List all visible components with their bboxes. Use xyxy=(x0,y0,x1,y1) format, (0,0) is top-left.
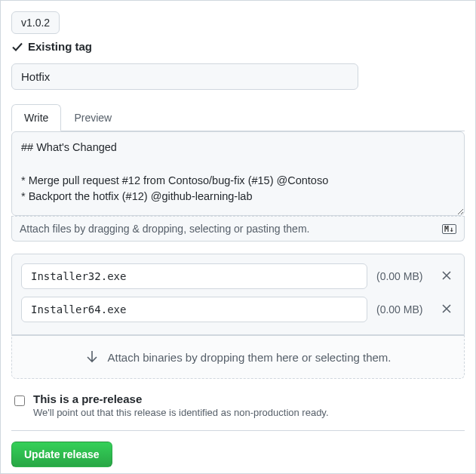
close-icon xyxy=(441,303,452,314)
tag-value: v1.0.2 xyxy=(21,17,50,29)
markdown-icon: M↓ xyxy=(442,224,456,234)
binary-remove-button[interactable] xyxy=(438,303,455,316)
binary-row: (0.00 MB) xyxy=(21,297,455,322)
prerelease-section: This is a pre-release We'll point out th… xyxy=(11,392,465,418)
divider xyxy=(11,430,465,431)
tab-write[interactable]: Write xyxy=(11,104,61,131)
check-icon xyxy=(11,41,23,53)
release-title-input[interactable] xyxy=(11,63,358,90)
prerelease-label: This is a pre-release xyxy=(33,392,329,405)
update-release-button[interactable]: Update release xyxy=(11,442,112,467)
prerelease-checkbox[interactable] xyxy=(14,396,25,406)
binary-name-input[interactable] xyxy=(21,297,367,322)
attach-files-text: Attach files by dragging & dropping, sel… xyxy=(20,223,309,235)
tag-select[interactable]: v1.0.2 xyxy=(11,11,60,34)
description-tabs: Write Preview xyxy=(11,103,465,131)
binaries-drop-zone[interactable]: Attach binaries by dropping them here or… xyxy=(11,335,465,379)
existing-tag-label: Existing tag xyxy=(28,40,92,53)
prerelease-hint: We'll point out that this release is ide… xyxy=(33,407,329,418)
attach-files-hint[interactable]: Attach files by dragging & dropping, sel… xyxy=(11,216,465,242)
download-arrow-icon xyxy=(84,349,100,365)
binary-size: (0.00 MB) xyxy=(376,270,429,282)
description-textarea[interactable] xyxy=(11,131,465,216)
tab-preview[interactable]: Preview xyxy=(61,104,124,131)
binary-size: (0.00 MB) xyxy=(376,303,429,315)
release-form: v1.0.2 Existing tag Write Preview Attach… xyxy=(0,0,476,474)
existing-tag-status: Existing tag xyxy=(11,40,465,53)
binaries-drop-hint: Attach binaries by dropping them here or… xyxy=(107,351,391,364)
binary-row: (0.00 MB) xyxy=(21,263,455,289)
binary-name-input[interactable] xyxy=(21,263,367,289)
binaries-list: (0.00 MB) (0.00 MB) xyxy=(11,254,465,335)
close-icon xyxy=(441,270,452,281)
binary-remove-button[interactable] xyxy=(438,270,455,283)
